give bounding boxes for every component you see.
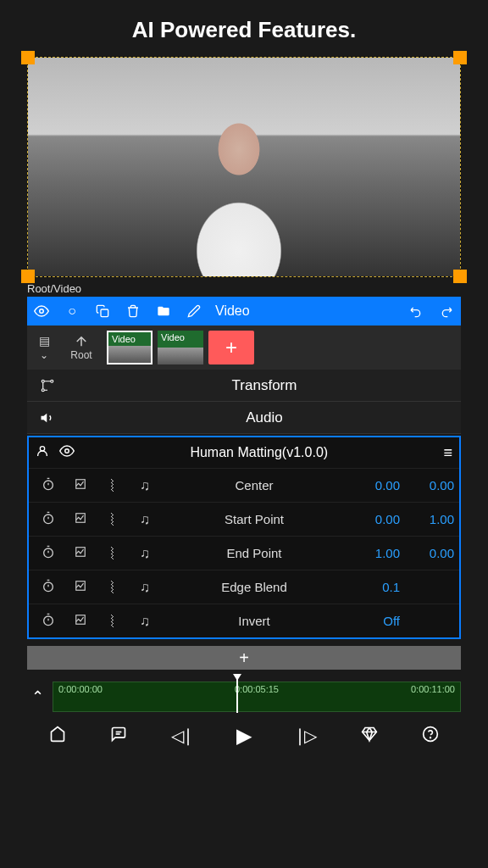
- circle-icon[interactable]: ○: [63, 302, 81, 320]
- stopwatch-icon[interactable]: [34, 613, 63, 630]
- crop-handle-top-left[interactable]: [21, 51, 35, 64]
- user-icon[interactable]: [36, 444, 49, 461]
- graph-icon[interactable]: [66, 512, 95, 527]
- param-row: ⦚♫End Point1.000.00: [29, 536, 459, 570]
- svg-point-5: [40, 447, 44, 451]
- param-value-2[interactable]: 0.00: [403, 478, 454, 492]
- vibration-icon[interactable]: ⦚: [98, 512, 127, 527]
- music-icon[interactable]: ♫: [130, 614, 159, 629]
- music-icon[interactable]: ♫: [130, 512, 159, 527]
- param-value-1[interactable]: 1.00: [349, 546, 400, 560]
- toolbar-label: Video: [215, 303, 395, 319]
- svg-point-4: [42, 388, 44, 391]
- preview-image: [28, 58, 460, 276]
- vibration-icon[interactable]: ⦚: [98, 478, 127, 493]
- stopwatch-icon[interactable]: [34, 545, 63, 562]
- crop-handle-bottom-left[interactable]: [21, 270, 35, 283]
- param-row: ⦚♫Edge Blend0.1: [29, 570, 459, 604]
- timecode-end: 0:00:11:00: [411, 684, 455, 694]
- timeline: ⌃ 0:00:00:00 0:00:05:15 0:00:11:00: [27, 682, 461, 712]
- timeline-track[interactable]: 0:00:00:00 0:00:05:15 0:00:11:00: [53, 682, 461, 712]
- timecode-start: 0:00:00:00: [58, 684, 103, 694]
- transform-section[interactable]: Transform: [27, 370, 461, 402]
- human-matting-panel: Human Matting(v1.0.0) ≡ ⦚♫Center0.000.00…: [27, 436, 461, 639]
- speaker-icon: [27, 410, 68, 426]
- param-value-1[interactable]: 0.1: [349, 580, 400, 594]
- music-icon[interactable]: ♫: [130, 478, 159, 493]
- svg-point-2: [42, 380, 44, 382]
- root-button[interactable]: Root: [61, 334, 102, 361]
- copy-icon[interactable]: [93, 302, 112, 320]
- step-forward-icon[interactable]: ∣▷: [296, 726, 317, 746]
- param-row: ⦚♫Start Point0.001.00: [29, 502, 459, 536]
- stopwatch-icon[interactable]: [34, 579, 63, 596]
- help-icon[interactable]: [422, 726, 439, 747]
- edit-icon[interactable]: [185, 302, 203, 320]
- vibration-icon[interactable]: ⦚: [98, 546, 127, 561]
- diamond-icon[interactable]: [361, 726, 378, 747]
- transform-label: Transform: [68, 377, 461, 394]
- comment-icon[interactable]: [110, 726, 127, 747]
- redo-icon[interactable]: [437, 302, 456, 320]
- list-icon[interactable]: ▤: [39, 334, 50, 348]
- crop-handle-top-right[interactable]: [453, 51, 467, 64]
- chevron-down-icon[interactable]: ⌄: [40, 349, 48, 361]
- timecode-mid: 0:00:05:15: [235, 684, 279, 694]
- param-row: ⦚♫InvertOff: [29, 604, 459, 637]
- graph-icon[interactable]: [66, 614, 95, 629]
- eye-icon[interactable]: [59, 443, 75, 462]
- music-icon[interactable]: ♫: [130, 580, 159, 595]
- folder-icon[interactable]: [154, 302, 173, 320]
- panel-title: Human Matting(v1.0.0): [85, 445, 433, 460]
- music-icon[interactable]: ♫: [130, 546, 159, 561]
- visibility-icon[interactable]: [32, 302, 51, 320]
- param-label: Center: [163, 478, 346, 492]
- menu-icon[interactable]: ≡: [443, 444, 452, 462]
- param-value-1[interactable]: 0.00: [349, 478, 400, 492]
- add-clip-button[interactable]: +: [208, 331, 254, 364]
- param-label: Start Point: [163, 512, 346, 526]
- svg-rect-1: [101, 309, 108, 317]
- play-icon[interactable]: ▶: [236, 724, 252, 748]
- chevron-up-icon[interactable]: ⌃: [27, 687, 47, 706]
- step-back-icon[interactable]: ◁∣: [171, 726, 192, 746]
- preview-area[interactable]: [27, 57, 461, 277]
- playhead[interactable]: [236, 677, 238, 713]
- delete-icon[interactable]: [124, 302, 142, 320]
- graph-icon[interactable]: [66, 546, 95, 561]
- add-effect-button[interactable]: +: [27, 646, 461, 670]
- home-icon[interactable]: [49, 726, 66, 747]
- graph-icon[interactable]: [66, 580, 95, 595]
- svg-point-20: [430, 737, 431, 737]
- graph-icon[interactable]: [66, 478, 95, 493]
- clip-label: Video: [159, 332, 186, 342]
- transform-icon: [27, 378, 68, 393]
- param-value-1[interactable]: 0.00: [349, 512, 400, 526]
- param-value-2[interactable]: 1.00: [403, 512, 454, 526]
- crop-handle-bottom-right[interactable]: [453, 270, 467, 283]
- svg-point-9: [44, 515, 53, 524]
- clip-label: Video: [110, 334, 137, 344]
- svg-point-13: [44, 582, 53, 592]
- clip-2[interactable]: Video: [158, 331, 203, 364]
- param-value-2[interactable]: 0.00: [403, 546, 454, 560]
- svg-point-3: [51, 380, 53, 382]
- param-value-1[interactable]: Off: [349, 614, 400, 628]
- svg-point-7: [44, 481, 53, 490]
- audio-label: Audio: [68, 409, 461, 426]
- page-title: AI Powered Features.: [0, 0, 488, 57]
- param-label: Edge Blend: [163, 580, 346, 594]
- stopwatch-icon[interactable]: [34, 511, 63, 528]
- toolbar: ○ Video: [27, 297, 461, 326]
- vibration-icon[interactable]: ⦚: [98, 614, 127, 629]
- svg-point-0: [40, 309, 44, 314]
- svg-point-11: [44, 548, 53, 558]
- svg-point-15: [44, 616, 53, 626]
- stopwatch-icon[interactable]: [34, 477, 63, 494]
- vibration-icon[interactable]: ⦚: [98, 580, 127, 595]
- param-label: End Point: [163, 546, 346, 560]
- breadcrumb: Root/Video: [27, 277, 461, 297]
- audio-section[interactable]: Audio: [27, 402, 461, 434]
- clip-1[interactable]: Video: [107, 331, 152, 364]
- undo-icon[interactable]: [407, 302, 425, 320]
